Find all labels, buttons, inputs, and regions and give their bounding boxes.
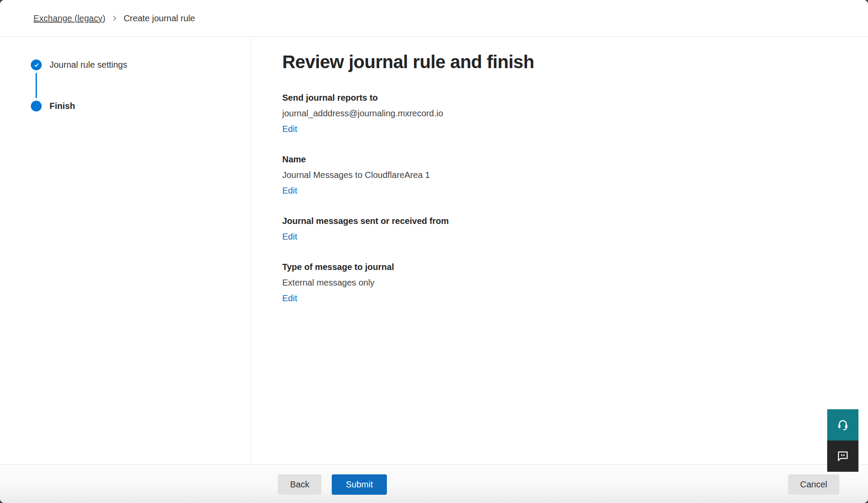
headset-icon xyxy=(836,418,849,432)
field-value: Journal Messages to CloudflareArea 1 xyxy=(282,169,851,181)
step-connector-line xyxy=(36,73,37,98)
edit-send-journal-reports-link[interactable]: Edit xyxy=(282,123,297,135)
field-send-journal-reports-to: Send journal reports to journal_adddress… xyxy=(282,92,851,135)
body-row: Journal rule settings Finish Review jour… xyxy=(0,37,868,464)
field-value: journal_adddress@journaling.mxrecord.io xyxy=(282,107,851,119)
edit-name-link[interactable]: Edit xyxy=(282,184,297,197)
edit-type-of-message-link[interactable]: Edit xyxy=(282,292,297,304)
field-name: Name Journal Messages to CloudflareArea … xyxy=(282,153,851,197)
stepper-step-finish[interactable]: Finish xyxy=(31,101,251,112)
edit-journal-messages-link[interactable]: Edit xyxy=(282,230,297,243)
step-label: Journal rule settings xyxy=(50,60,127,70)
review-content: Review journal rule and finish Send jour… xyxy=(251,37,868,464)
field-label: Name xyxy=(282,153,851,165)
step-label: Finish xyxy=(50,101,75,111)
field-type-of-message: Type of message to journal External mess… xyxy=(282,261,851,304)
submit-button[interactable]: Submit xyxy=(332,474,386,495)
floating-button-stack xyxy=(827,409,858,472)
back-button[interactable]: Back xyxy=(278,474,321,495)
footer-action-bar: Back Submit Cancel xyxy=(0,464,868,503)
app-window: Exchange (legacy) Create journal rule Jo… xyxy=(0,0,868,503)
field-value: External messages only xyxy=(282,276,851,289)
breadcrumb: Exchange (legacy) Create journal rule xyxy=(33,13,195,23)
feedback-icon xyxy=(836,449,849,464)
step-current-dot-icon xyxy=(31,101,42,112)
help-button[interactable] xyxy=(827,409,858,441)
cancel-button[interactable]: Cancel xyxy=(788,474,839,495)
stepper-step-journal-rule-settings[interactable]: Journal rule settings xyxy=(31,59,251,70)
feedback-button[interactable] xyxy=(827,441,858,472)
field-label: Type of message to journal xyxy=(282,261,851,273)
field-label: Journal messages sent or received from xyxy=(282,215,851,227)
wizard-stepper-panel: Journal rule settings Finish xyxy=(0,37,251,464)
field-label: Send journal reports to xyxy=(282,92,851,104)
breadcrumb-create-journal-rule: Create journal rule xyxy=(124,13,195,23)
field-journal-messages-sent-or-received: Journal messages sent or received from E… xyxy=(282,215,851,243)
step-completed-check-icon xyxy=(31,59,42,70)
page-title: Review journal rule and finish xyxy=(282,52,851,72)
header-bar: Exchange (legacy) Create journal rule xyxy=(0,0,868,37)
breadcrumb-exchange-legacy[interactable]: Exchange (legacy) xyxy=(33,13,106,23)
chevron-right-icon xyxy=(112,15,118,21)
